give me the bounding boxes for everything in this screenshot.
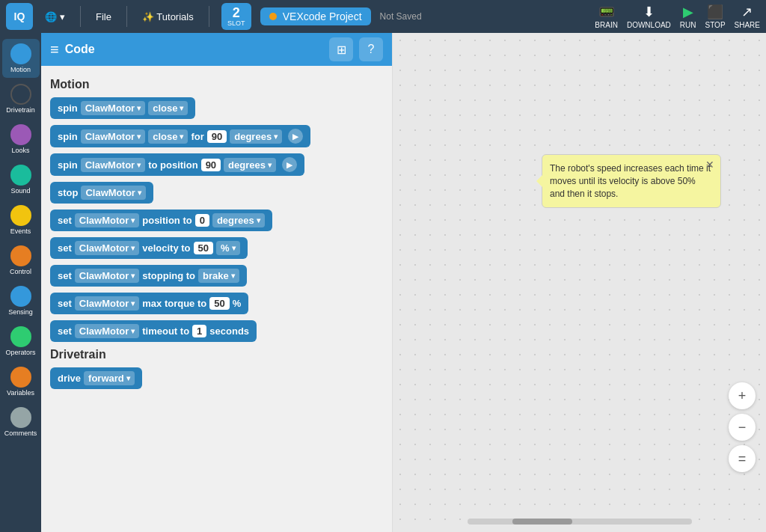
sidebar-item-motion[interactable]: Motion xyxy=(2,39,40,78)
code-header-icon: ≡ xyxy=(50,41,59,58)
tooltip-close-btn[interactable]: ✕ xyxy=(705,158,714,173)
spin-block-2: spin ClawMotor close for 90 degrees ▶ xyxy=(50,125,383,147)
tooltip-arrow xyxy=(536,175,542,187)
spin-pos-play-btn[interactable]: ▶ xyxy=(282,157,297,172)
download-btn[interactable]: ⬇ DOWNLOAD xyxy=(627,4,671,29)
globe-arrow: ▾ xyxy=(60,11,65,22)
motion-label: Motion xyxy=(10,66,31,73)
set-torque-motor-dropdown[interactable]: ClawMotor xyxy=(75,296,139,311)
spin-motor-dropdown-1[interactable]: ClawMotor xyxy=(81,101,145,115)
sidebar-item-sensing[interactable]: Sensing xyxy=(2,281,40,320)
tooltip: ✕ The robot's speed increases each time … xyxy=(542,154,721,208)
set-torque-btn[interactable]: set ClawMotor max torque to 50 % xyxy=(50,293,248,314)
spin-dir-dropdown-2[interactable]: close xyxy=(148,129,188,144)
slot-label: SLOT xyxy=(227,19,245,27)
separator-1 xyxy=(80,6,81,27)
set-velocity-btn[interactable]: set ClawMotor velocity to 50 % xyxy=(50,237,248,259)
run-label: RUN xyxy=(680,21,696,29)
set-position-block: set ClawMotor position to 0 degrees xyxy=(50,210,383,231)
grid-view-btn[interactable]: ⊞ xyxy=(329,37,353,61)
stop-label: STOP xyxy=(705,21,726,29)
spin-deg-value[interactable]: 90 xyxy=(207,130,227,143)
tutorials-label: ✨ Tutorials xyxy=(142,11,194,22)
sidebar-item-sound[interactable]: Sound xyxy=(2,160,40,199)
topbar: IQ 🌐 ▾ File ✨ Tutorials 2 SLOT VEXcode P… xyxy=(0,0,766,33)
drivetrain-section-title: Drivetrain xyxy=(50,348,383,361)
set-vel-unit-dropdown[interactable]: % xyxy=(216,241,240,255)
drive-btn[interactable]: drive forward xyxy=(50,367,142,389)
globe-btn[interactable]: 🌐 ▾ xyxy=(39,8,71,25)
set-stopping-block: set ClawMotor stopping to brake xyxy=(50,265,383,287)
set-torque-value[interactable]: 50 xyxy=(209,297,229,310)
spin-dir-dropdown-1[interactable]: close xyxy=(148,101,188,115)
set-pos-value[interactable]: 0 xyxy=(195,214,209,227)
stop-icon: ⬛ xyxy=(707,4,723,20)
scrollbar-thumb[interactable] xyxy=(512,519,572,525)
globe-icon: 🌐 xyxy=(45,11,57,22)
tooltip-text: The robot's speed increases each time it… xyxy=(550,163,711,199)
comments-label: Comments xyxy=(4,429,37,437)
spin-play-btn[interactable]: ▶ xyxy=(288,129,303,144)
sidebar-item-drivetrain[interactable]: Drivetrain xyxy=(2,79,40,118)
sidebar-item-comments[interactable]: Comments xyxy=(2,403,40,441)
sidebar-item-control[interactable]: Control xyxy=(2,241,40,280)
logo[interactable]: IQ xyxy=(6,3,33,30)
set-stopping-btn[interactable]: set ClawMotor stopping to brake xyxy=(50,265,247,287)
help-btn[interactable]: ? xyxy=(359,37,383,61)
spin-unit-dropdown[interactable]: degrees xyxy=(230,129,282,144)
spin-pos-unit-dropdown[interactable]: degrees xyxy=(224,158,276,172)
download-icon: ⬇ xyxy=(643,4,655,20)
project-name-area[interactable]: VEXcode Project xyxy=(260,7,371,25)
set-timeout-value[interactable]: 1 xyxy=(192,325,206,337)
looks-label: Looks xyxy=(11,147,29,154)
brain-icon: 📟 xyxy=(598,4,615,20)
set-stop-mode-dropdown[interactable]: brake xyxy=(198,269,239,283)
drive-dir-dropdown[interactable]: forward xyxy=(84,371,135,385)
horizontal-scrollbar[interactable] xyxy=(468,519,692,525)
project-name: VEXcode Project xyxy=(283,10,362,22)
spin-motor-dropdown-3[interactable]: ClawMotor xyxy=(81,158,145,172)
set-timeout-btn[interactable]: set ClawMotor timeout to 1 seconds xyxy=(50,320,257,342)
set-vel-value[interactable]: 50 xyxy=(194,242,213,254)
set-pos-unit-dropdown[interactable]: degrees xyxy=(212,213,265,227)
canvas-area[interactable]: ✕ The robot's speed increases each time … xyxy=(393,33,766,532)
sidebar-item-events[interactable]: Events xyxy=(2,201,40,239)
zoom-in-btn[interactable]: + xyxy=(729,382,756,409)
set-timeout-block: set ClawMotor timeout to 1 seconds xyxy=(50,320,383,342)
share-btn[interactable]: ↗ SHARE xyxy=(735,4,760,29)
set-position-btn[interactable]: set ClawMotor position to 0 degrees xyxy=(50,210,272,231)
slot-indicator[interactable]: 2 SLOT xyxy=(221,3,251,30)
spin-block-1: spin ClawMotor close xyxy=(50,97,383,119)
spin-btn-3[interactable]: spin ClawMotor to position 90 degrees ▶ xyxy=(50,153,304,176)
zoom-controls: + − = xyxy=(729,382,756,472)
spin-motor-dropdown-2[interactable]: ClawMotor xyxy=(81,129,145,144)
set-timeout-motor-dropdown[interactable]: ClawMotor xyxy=(75,324,139,338)
spin-btn-2[interactable]: spin ClawMotor close for 90 degrees ▶ xyxy=(50,125,310,147)
events-dot xyxy=(10,205,31,226)
set-pos-motor-dropdown[interactable]: ClawMotor xyxy=(75,213,139,227)
stop-btn[interactable]: stop ClawMotor xyxy=(50,182,153,204)
sensing-dot xyxy=(10,286,31,307)
sidebar-item-looks[interactable]: Looks xyxy=(2,120,40,159)
sound-dot xyxy=(10,165,31,186)
code-panel-header: ≡ Code ⊞ ? xyxy=(41,33,392,66)
set-vel-motor-dropdown[interactable]: ClawMotor xyxy=(75,241,139,255)
stop-motor-dropdown[interactable]: ClawMotor xyxy=(81,186,145,200)
zoom-out-btn[interactable]: − xyxy=(729,414,756,441)
run-icon: ▶ xyxy=(683,4,693,20)
brain-btn[interactable]: 📟 BRAIN xyxy=(595,4,618,29)
looks-dot xyxy=(10,124,31,145)
sidebar-item-variables[interactable]: Variables xyxy=(2,362,40,401)
sidebar-item-operators[interactable]: Operators xyxy=(2,322,40,361)
control-dot xyxy=(10,245,31,266)
file-btn[interactable]: File xyxy=(90,8,117,25)
code-header-right: ⊞ ? xyxy=(329,37,383,61)
stop-btn[interactable]: ⬛ STOP xyxy=(705,4,726,29)
zoom-reset-btn[interactable]: = xyxy=(729,445,756,472)
spin-pos-value[interactable]: 90 xyxy=(201,159,221,171)
set-stop-motor-dropdown[interactable]: ClawMotor xyxy=(75,269,139,283)
spin-btn-1[interactable]: spin ClawMotor close xyxy=(50,97,195,119)
share-label: SHARE xyxy=(735,21,760,29)
run-btn[interactable]: ▶ RUN xyxy=(680,4,696,29)
tutorials-btn[interactable]: ✨ Tutorials xyxy=(136,8,200,25)
